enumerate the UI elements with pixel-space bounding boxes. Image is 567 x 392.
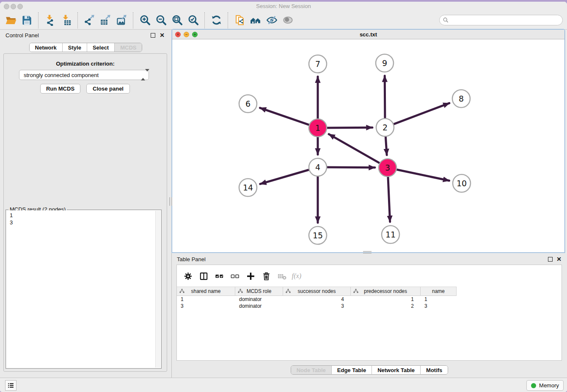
- table-tab-node-table[interactable]: Node Table: [291, 366, 331, 374]
- float-panel-icon[interactable]: [151, 33, 155, 38]
- search-input[interactable]: [449, 16, 562, 25]
- table-tab-edge-table[interactable]: Edge Table: [331, 366, 372, 374]
- table-cell[interactable]: 2: [351, 303, 421, 309]
- node-8[interactable]: 8: [452, 90, 470, 108]
- save-session-button[interactable]: [19, 13, 35, 28]
- vertical-splitter-handle[interactable]: [169, 197, 172, 206]
- edge-2-9[interactable]: [385, 76, 385, 120]
- search-icon: [443, 17, 449, 23]
- import-network-button[interactable]: [42, 13, 58, 28]
- mcds-result-text[interactable]: 13: [6, 210, 161, 368]
- import-table-icon: [61, 14, 72, 26]
- export-image-button[interactable]: [113, 13, 129, 28]
- column-header-successor-nodes[interactable]: successor nodes: [283, 287, 351, 296]
- edge-3-11[interactable]: [388, 175, 390, 222]
- settings-button[interactable]: [180, 269, 196, 283]
- node-4[interactable]: 4: [309, 158, 327, 176]
- nested-network-home-button[interactable]: [248, 13, 264, 28]
- tab-select[interactable]: Select: [87, 43, 114, 52]
- optimization-criterion-label: Optimization criterion:: [4, 61, 167, 67]
- result-scrollbar[interactable]: [155, 211, 160, 367]
- split-view-button[interactable]: [196, 269, 212, 283]
- column-header-predecessor-nodes[interactable]: predecessor nodes: [351, 287, 421, 296]
- table-cell[interactable]: 1: [351, 296, 421, 303]
- save-session-icon: [21, 14, 33, 26]
- birdseye-view-disabled-button[interactable]: [280, 13, 296, 28]
- node-9[interactable]: 9: [376, 54, 394, 72]
- table-cell[interactable]: 1: [177, 296, 235, 303]
- search-box[interactable]: [439, 15, 563, 25]
- export-network-button[interactable]: [81, 13, 97, 28]
- select-all-button[interactable]: [212, 269, 227, 283]
- column-header-shared-name[interactable]: shared name: [177, 287, 235, 296]
- zoom-selected-button[interactable]: [185, 13, 201, 28]
- node-15[interactable]: 15: [309, 226, 327, 244]
- edge-4-3[interactable]: [325, 167, 375, 168]
- column-type-icon: [353, 289, 358, 294]
- delete-row-button[interactable]: [259, 269, 274, 283]
- export-table-button[interactable]: [97, 13, 113, 28]
- add-row-button[interactable]: [243, 269, 259, 283]
- edge-3-1[interactable]: [329, 134, 381, 164]
- deselect-all-button[interactable]: [227, 269, 243, 283]
- table-cell[interactable]: dominator: [235, 296, 283, 303]
- node-7[interactable]: 7: [309, 55, 327, 73]
- edge-4-14[interactable]: [260, 169, 311, 184]
- zoom-in-button[interactable]: [137, 13, 153, 28]
- run-mcds-button[interactable]: Run MCDS: [40, 84, 80, 94]
- close-panel-icon[interactable]: ✕: [160, 32, 165, 39]
- zoom-fit-button[interactable]: [169, 13, 185, 28]
- table-cell[interactable]: 4: [283, 296, 351, 303]
- node-1[interactable]: 1: [309, 119, 327, 137]
- table-tab-network-table[interactable]: Network Table: [372, 366, 420, 374]
- table-row[interactable]: 1dominator411: [177, 296, 561, 303]
- copy-network-view-button[interactable]: [231, 13, 248, 28]
- table-cell[interactable]: 3: [177, 303, 235, 309]
- network-view-window: × – + scc.txt 1234678910111415: [172, 29, 565, 253]
- status-bar: Memory: [0, 378, 567, 392]
- edge-1-6[interactable]: [260, 108, 311, 125]
- close-table-panel-icon[interactable]: ✕: [556, 256, 561, 262]
- edge-3-10[interactable]: [395, 169, 449, 181]
- import-table-button[interactable]: [58, 13, 74, 28]
- task-history-button[interactable]: [5, 380, 17, 391]
- close-panel-button[interactable]: Close panel: [86, 84, 130, 94]
- node-14[interactable]: 14: [239, 179, 257, 196]
- tab-style[interactable]: Style: [62, 43, 87, 52]
- memory-label: Memory: [539, 382, 559, 389]
- table-cell[interactable]: dominator: [235, 303, 283, 309]
- table-tabs: Node TableEdge TableNetwork TableMotifs: [172, 365, 567, 375]
- deselect-all-icon: [230, 271, 240, 281]
- node-2[interactable]: 2: [376, 119, 394, 136]
- column-header-name[interactable]: name: [421, 287, 457, 296]
- app-title: Session: New Session: [0, 2, 567, 11]
- node-6[interactable]: 6: [239, 95, 257, 113]
- show-hide-graphics-button[interactable]: [264, 13, 280, 28]
- tab-mcds[interactable]: MCDS: [114, 43, 142, 52]
- table-tab-motifs[interactable]: Motifs: [420, 366, 448, 374]
- network-canvas[interactable]: 1234678910111415: [172, 39, 564, 252]
- column-header-MCDS-role[interactable]: MCDS role: [235, 287, 283, 296]
- table-cell[interactable]: 3: [421, 303, 457, 309]
- edge-1-2[interactable]: [325, 127, 372, 128]
- node-10[interactable]: 10: [453, 174, 471, 192]
- open-file-button[interactable]: [3, 13, 19, 28]
- zoom-out-button[interactable]: [153, 13, 169, 28]
- table-row[interactable]: 3dominator323: [177, 303, 561, 309]
- node-11[interactable]: 11: [382, 226, 399, 243]
- table-cell[interactable]: 3: [283, 303, 351, 309]
- zoom-in-icon: [139, 14, 151, 26]
- table-cell[interactable]: 1: [421, 296, 457, 303]
- edge-2-3[interactable]: [385, 135, 387, 155]
- optimization-criterion-select[interactable]: strongly connected component: [19, 70, 149, 80]
- function-builder-button: f(x): [290, 269, 306, 283]
- column-type-icon: [286, 289, 291, 294]
- apply-layout-button[interactable]: [208, 13, 224, 28]
- network-window-titlebar[interactable]: × – + scc.txt: [172, 30, 564, 39]
- tab-network[interactable]: Network: [30, 43, 62, 52]
- node-3[interactable]: 3: [379, 159, 396, 177]
- memory-button[interactable]: Memory: [526, 380, 564, 391]
- toolbar-separator: [77, 12, 78, 28]
- float-table-panel-icon[interactable]: [548, 257, 553, 262]
- edge-2-8[interactable]: [392, 103, 449, 125]
